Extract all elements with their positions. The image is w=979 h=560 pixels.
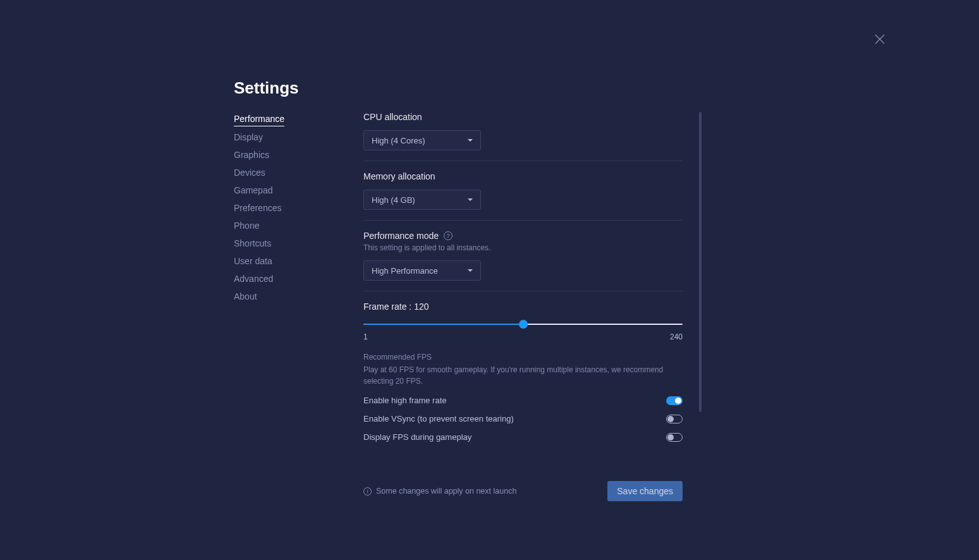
recommended-fps-title: Recommended FPS	[363, 353, 683, 362]
cpu-allocation-value: High (4 Cores)	[372, 136, 425, 145]
save-changes-button[interactable]: Save changes	[607, 481, 683, 501]
sidebar-item-phone[interactable]: Phone	[234, 221, 259, 233]
caret-down-icon	[468, 269, 473, 272]
sidebar-item-advanced[interactable]: Advanced	[234, 274, 273, 286]
sidebar-item-user-data[interactable]: User data	[234, 256, 272, 268]
page-title: Settings	[234, 78, 299, 98]
caret-down-icon	[468, 198, 473, 201]
settings-content: CPU allocation High (4 Cores) Memory all…	[363, 76, 692, 501]
frame-rate-max: 240	[670, 332, 683, 341]
frame-rate-slider[interactable]	[363, 320, 683, 330]
cpu-allocation-label: CPU allocation	[363, 112, 683, 122]
display-fps-toggle[interactable]	[666, 433, 683, 442]
help-icon[interactable]: ?	[444, 231, 453, 240]
footer-note: Some changes will apply on next launch	[376, 487, 516, 496]
frame-rate-label: Frame rate : 120	[363, 301, 683, 312]
close-button[interactable]	[872, 32, 887, 47]
sidebar-item-graphics[interactable]: Graphics	[234, 150, 269, 162]
close-icon	[875, 34, 885, 44]
enable-high-frame-rate-toggle[interactable]	[666, 396, 683, 405]
performance-mode-sublabel: This setting is applied to all instances…	[363, 243, 683, 252]
performance-mode-value: High Performance	[372, 266, 438, 276]
info-icon: i	[363, 487, 372, 496]
sidebar-item-about[interactable]: About	[234, 291, 257, 303]
performance-mode-label: Performance mode	[363, 231, 439, 241]
sidebar-item-performance[interactable]: Performance	[234, 114, 284, 126]
enable-vsync-label: Enable VSync (to prevent screen tearing)	[363, 414, 514, 423]
content-scrollbar[interactable]	[699, 112, 702, 412]
memory-allocation-value: High (4 GB)	[372, 195, 415, 205]
frame-rate-slider-thumb[interactable]	[519, 320, 528, 329]
sidebar-item-preferences[interactable]: Preferences	[234, 203, 281, 215]
caret-down-icon	[468, 139, 473, 142]
cpu-allocation-select[interactable]: High (4 Cores)	[363, 130, 481, 150]
enable-vsync-toggle[interactable]	[666, 415, 683, 423]
recommended-fps-body: Play at 60 FPS for smooth gameplay. If y…	[363, 364, 683, 387]
sidebar-item-display[interactable]: Display	[234, 132, 263, 144]
memory-allocation-label: Memory allocation	[363, 171, 683, 181]
sidebar-item-gamepad[interactable]: Gamepad	[234, 185, 272, 197]
sidebar-item-devices[interactable]: Devices	[234, 167, 265, 180]
memory-allocation-select[interactable]: High (4 GB)	[363, 190, 481, 210]
performance-mode-select[interactable]: High Performance	[363, 260, 481, 281]
settings-sidebar: Performance Display Graphics Devices Gam…	[234, 76, 360, 501]
display-fps-label: Display FPS during gameplay	[363, 432, 471, 442]
enable-high-frame-rate-label: Enable high frame rate	[363, 396, 447, 405]
frame-rate-min: 1	[363, 332, 368, 341]
sidebar-item-shortcuts[interactable]: Shortcuts	[234, 238, 271, 250]
